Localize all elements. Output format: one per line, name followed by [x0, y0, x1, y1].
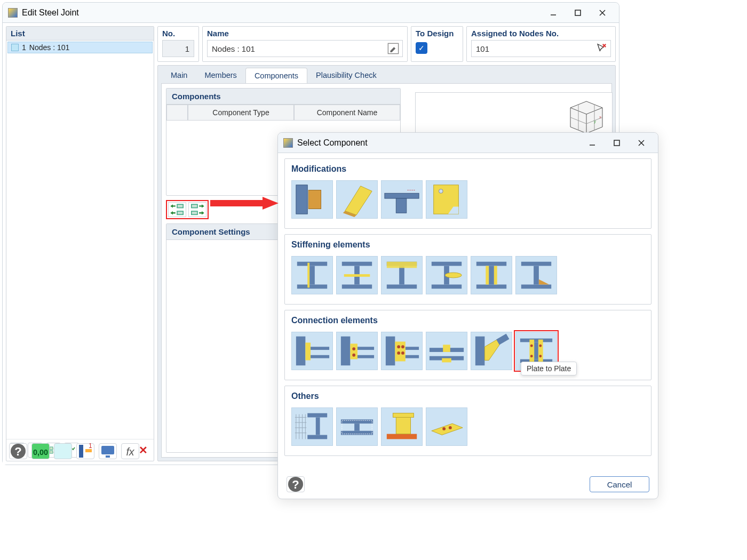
svg-rect-76: [305, 342, 311, 360]
svg-rect-72: [521, 285, 551, 289]
svg-marker-74: [539, 279, 549, 285]
app-icon: [8, 8, 18, 18]
col-type: Component Type: [188, 105, 294, 121]
mod-thumb-4[interactable]: [426, 180, 467, 219]
main-window-title: Edit Steel Joint: [22, 8, 79, 18]
svg-text:0,00: 0,00: [33, 447, 48, 456]
minimize-button[interactable]: [541, 4, 566, 22]
svg-rect-63: [432, 285, 462, 289]
svg-point-107: [539, 345, 542, 347]
svg-rect-124: [387, 434, 417, 439]
col-name: Component Name: [294, 105, 400, 121]
mod-thumb-2[interactable]: [336, 180, 378, 219]
maximize-button[interactable]: [566, 4, 590, 22]
svg-rect-83: [357, 347, 374, 350]
orientation-cube-icon[interactable]: y x: [565, 97, 608, 135]
mod-thumb-3[interactable]: [381, 180, 423, 219]
tab-plausibility[interactable]: Plausibility Check: [307, 68, 385, 83]
list-item-index: 1: [22, 43, 26, 52]
svg-rect-46: [396, 198, 406, 213]
tab-main[interactable]: Main: [162, 68, 196, 83]
add-component-right-button[interactable]: [188, 202, 206, 217]
svg-rect-66: [476, 262, 506, 266]
to-design-checkbox[interactable]: ✓: [416, 42, 427, 54]
other-thumb-3[interactable]: [381, 407, 423, 446]
name-box: Name Nodes : 101: [202, 26, 408, 62]
to-design-box: To Design ✓: [411, 26, 463, 62]
edit-name-icon[interactable]: [387, 43, 399, 54]
header-row: No. 1 Name Nodes : 101 To Design ✓: [157, 26, 616, 62]
annotation-arrow-icon: [209, 196, 279, 210]
svg-point-87: [397, 345, 400, 348]
svg-rect-60: [399, 266, 404, 285]
view-square-button[interactable]: [54, 443, 72, 459]
group-others-title: Others: [291, 391, 645, 401]
svg-marker-98: [484, 340, 500, 361]
svg-rect-51: [297, 285, 327, 289]
child-minimize-button[interactable]: [580, 134, 605, 152]
stiff-thumb-6[interactable]: [515, 256, 557, 294]
svg-text:x: x: [599, 115, 601, 119]
conn-thumb-3[interactable]: [381, 332, 423, 370]
svg-rect-17: [192, 204, 197, 207]
name-field[interactable]: Nodes : 101: [207, 40, 403, 57]
svg-rect-84: [357, 355, 374, 358]
tab-members[interactable]: Members: [196, 68, 245, 83]
stiff-thumb-4[interactable]: [426, 256, 467, 294]
stiff-thumb-1[interactable]: [291, 256, 333, 294]
child-maximize-button[interactable]: [605, 134, 629, 152]
list-tree[interactable]: 1 Nodes : 101: [6, 41, 154, 439]
conn-thumb-5[interactable]: [471, 332, 512, 370]
svg-rect-52: [309, 266, 315, 285]
svg-marker-43: [345, 186, 372, 215]
assigned-nodes-field[interactable]: 101: [471, 40, 611, 57]
display-button[interactable]: [99, 443, 117, 459]
list-panel: List 1 Nodes : 101: [6, 26, 154, 461]
help-button[interactable]: ?: [9, 443, 27, 459]
svg-point-65: [445, 273, 462, 278]
app-icon: [283, 138, 293, 148]
pick-node-icon[interactable]: [595, 43, 607, 54]
svg-rect-18: [192, 211, 197, 214]
mod-thumb-1[interactable]: [291, 180, 333, 219]
child-help-button[interactable]: ?: [287, 476, 305, 492]
svg-rect-68: [489, 266, 494, 285]
child-titlebar: Select Component: [278, 133, 658, 153]
conn-thumb-4[interactable]: [426, 332, 467, 370]
svg-point-129: [449, 426, 452, 429]
add-component-left-button[interactable]: [168, 202, 186, 217]
stiff-thumb-3[interactable]: [381, 256, 423, 294]
svg-rect-80: [350, 343, 357, 359]
other-thumb-4[interactable]: [426, 407, 467, 446]
view-model-button[interactable]: 1: [76, 443, 94, 459]
cancel-button[interactable]: Cancel: [590, 476, 649, 492]
assigned-nodes-label: Assigned to Nodes No.: [471, 29, 611, 38]
other-thumb-2[interactable]: [336, 407, 378, 446]
svg-text:y: y: [594, 119, 596, 124]
no-field[interactable]: 1: [162, 40, 194, 57]
svg-point-49: [439, 189, 443, 194]
svg-text:?: ?: [14, 445, 21, 458]
tab-components[interactable]: Components: [245, 68, 307, 83]
svg-marker-127: [432, 423, 463, 435]
conn-thumb-2[interactable]: [336, 332, 378, 370]
svg-point-105: [530, 345, 533, 347]
fx-button[interactable]: fx: [121, 443, 139, 459]
other-thumb-1[interactable]: [291, 407, 333, 446]
add-component-callout: [166, 200, 209, 219]
components-title: Components: [166, 89, 400, 105]
svg-rect-41: [296, 185, 307, 214]
svg-point-88: [401, 345, 404, 348]
stiff-thumb-5[interactable]: [471, 256, 512, 294]
list-item[interactable]: 1 Nodes : 101: [7, 42, 153, 53]
svg-rect-92: [406, 355, 419, 358]
svg-point-128: [442, 427, 446, 430]
conn-thumb-1[interactable]: [291, 332, 333, 370]
child-close-button[interactable]: [629, 134, 654, 152]
svg-rect-77: [311, 347, 329, 350]
assigned-nodes-box: Assigned to Nodes No. 101: [466, 26, 616, 62]
components-grid-header: Component Type Component Name: [166, 105, 400, 121]
close-button[interactable]: [590, 4, 615, 22]
stiff-thumb-2[interactable]: [336, 256, 378, 294]
units-button[interactable]: 0,00: [31, 443, 50, 459]
